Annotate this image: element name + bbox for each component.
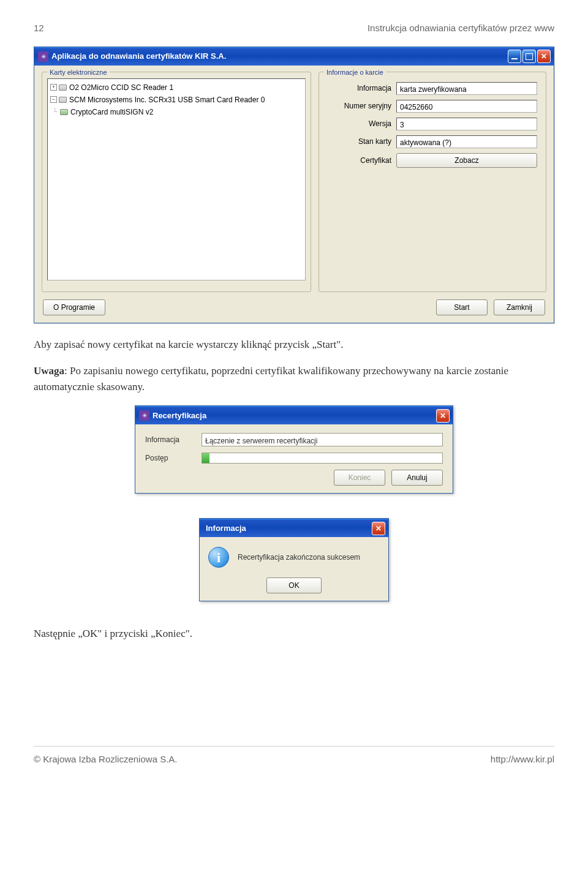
card-info-group: Informacje o karcie Informacja karta zwe… bbox=[318, 72, 546, 292]
warning-label: Uwaga bbox=[34, 365, 64, 377]
field-serial: 04252660 bbox=[396, 100, 537, 113]
readers-legend: Karty elektroniczne bbox=[47, 67, 110, 78]
label-info: Informacja bbox=[330, 83, 391, 94]
dialog-titlebar: ✳ Recertyfikacja bbox=[135, 406, 453, 424]
window-title: Aplikacja do odnawiania certyfikatów KIR… bbox=[51, 50, 508, 62]
msgbox-close-button[interactable] bbox=[372, 522, 385, 535]
view-cert-button[interactable]: Zobacz bbox=[396, 153, 537, 168]
start-button[interactable]: Start bbox=[436, 299, 488, 315]
msgbox-titlebar: Informacja bbox=[200, 519, 388, 537]
field-state: aktywowana (?) bbox=[396, 135, 537, 148]
tree-label: CryptoCard multiSIGN v2 bbox=[70, 107, 153, 118]
label-cert: Certyfikat bbox=[330, 155, 391, 166]
recertification-dialog: ✳ Recertyfikacja Informacja Łączenie z s… bbox=[135, 405, 453, 494]
warning-text: : Po zapisaniu nowego certyfikatu, poprz… bbox=[34, 365, 508, 393]
msgbox-title: Informacja bbox=[203, 522, 372, 535]
tree-item-reader-0[interactable]: + O2 O2Micro CCID SC Reader 1 bbox=[50, 81, 303, 94]
page-number: 12 bbox=[34, 21, 44, 36]
tree-branch-icon: └ bbox=[50, 107, 60, 117]
doc-title: Instrukcja odnawiania certyfikatów przez… bbox=[368, 21, 554, 36]
tree-item-card[interactable]: └ CryptoCard multiSIGN v2 bbox=[50, 106, 303, 118]
label-progress: Postęp bbox=[145, 453, 194, 464]
progress-bar bbox=[202, 453, 443, 464]
field-dlg-info: Łączenie z serwerem recertyfikacji bbox=[202, 433, 443, 446]
info-legend: Informacje o karcie bbox=[324, 67, 386, 78]
tree-label: O2 O2Micro CCID SC Reader 1 bbox=[69, 82, 173, 93]
card-readers-group: Karty elektroniczne + O2 O2Micro CCID SC… bbox=[42, 72, 311, 292]
label-serial: Numer seryjny bbox=[330, 100, 391, 111]
footer-url: http://www.kir.pl bbox=[491, 753, 554, 767]
field-version: 3 bbox=[396, 118, 537, 130]
msgbox-text: Recertyfikacja zakończona sukcesem bbox=[238, 552, 360, 563]
app-icon: ✳ bbox=[139, 410, 149, 421]
close-app-button[interactable]: Zamknij bbox=[494, 299, 545, 315]
titlebar: ✳ Aplikacja do odnawiania certyfikatów K… bbox=[34, 47, 554, 66]
reader-tree[interactable]: + O2 O2Micro CCID SC Reader 1 − SCM Micr… bbox=[47, 78, 306, 280]
reader-icon bbox=[59, 97, 67, 103]
paragraph-warning: Uwaga: Po zapisaniu nowego certyfikatu, … bbox=[34, 363, 554, 394]
tree-item-reader-1[interactable]: − SCM Microsystems Inc. SCRx31 USB Smart… bbox=[50, 94, 303, 106]
label-dlg-info: Informacja bbox=[145, 434, 194, 445]
progress-fill bbox=[202, 453, 209, 463]
expand-icon[interactable]: + bbox=[50, 84, 57, 91]
paragraph-instruction-2: Następnie „OK" i przyciski „Koniec". bbox=[34, 626, 554, 642]
finish-button: Koniec bbox=[334, 470, 385, 486]
collapse-icon[interactable]: − bbox=[50, 96, 57, 103]
info-messagebox: Informacja i Recertyfikacja zakończona s… bbox=[199, 518, 389, 601]
main-app-window: ✳ Aplikacja do odnawiania certyfikatów K… bbox=[34, 47, 554, 323]
app-icon: ✳ bbox=[38, 51, 48, 62]
dialog-title: Recertyfikacja bbox=[153, 410, 436, 422]
dialog-close-button[interactable] bbox=[436, 409, 450, 423]
about-button[interactable]: O Programie bbox=[43, 299, 105, 315]
card-icon bbox=[60, 109, 68, 115]
maximize-button[interactable] bbox=[522, 50, 536, 63]
label-state: Stan karty bbox=[330, 136, 391, 147]
tree-label: SCM Microsystems Inc. SCRx31 USB Smart C… bbox=[69, 94, 265, 105]
cancel-button[interactable]: Anuluj bbox=[391, 470, 443, 486]
label-version: Wersja bbox=[330, 118, 391, 129]
footer-copyright: © Krajowa Izba Rozliczeniowa S.A. bbox=[34, 753, 178, 767]
paragraph-instruction-1: Aby zapisać nowy certyfikat na karcie wy… bbox=[34, 337, 554, 353]
minimize-button[interactable] bbox=[508, 50, 521, 63]
close-button[interactable] bbox=[537, 50, 551, 63]
reader-icon bbox=[59, 85, 67, 91]
ok-button[interactable]: OK bbox=[266, 577, 322, 593]
field-info: karta zweryfikowana bbox=[396, 82, 537, 95]
info-icon: i bbox=[208, 547, 229, 568]
